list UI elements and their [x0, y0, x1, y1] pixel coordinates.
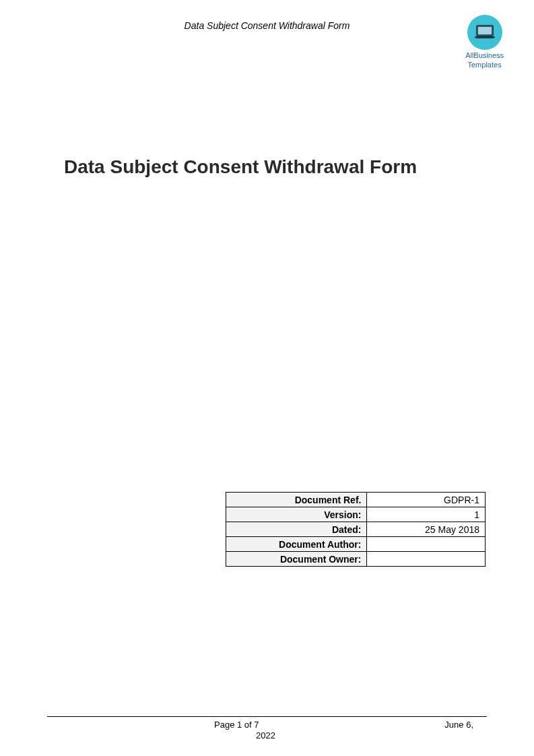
header-title: Data Subject Consent Withdrawal Form	[47, 15, 487, 31]
table-row: Version: 1	[226, 507, 486, 522]
metadata-value: GDPR-1	[367, 493, 486, 507]
table-row: Document Owner:	[226, 552, 486, 567]
footer-date: June 6,	[444, 720, 473, 730]
metadata-value: 1	[367, 507, 486, 522]
metadata-label: Document Author:	[226, 537, 367, 552]
brand-logo: AllBusiness Templates	[465, 15, 504, 69]
table-row: Document Author:	[226, 537, 486, 552]
footer-divider	[47, 716, 487, 717]
brand-text-line1: AllBusiness	[465, 51, 504, 59]
footer-page-number: Page 1 of 7	[214, 720, 259, 730]
table-row: Document Ref. GDPR-1	[226, 493, 486, 507]
document-footer: Page 1 of 7 June 6, 2022	[47, 716, 487, 741]
laptop-icon	[467, 15, 502, 50]
metadata-value	[367, 537, 486, 552]
metadata-label: Document Ref.	[226, 493, 367, 507]
metadata-label: Dated:	[226, 522, 367, 537]
brand-text-line2: Templates	[465, 61, 504, 69]
metadata-value: 25 May 2018	[367, 522, 486, 537]
metadata-label: Version:	[226, 507, 367, 522]
table-row: Dated: 25 May 2018	[226, 522, 486, 537]
document-title: Data Subject Consent Withdrawal Form	[64, 156, 487, 178]
metadata-value	[367, 552, 486, 567]
document-header: Data Subject Consent Withdrawal Form All…	[47, 15, 487, 69]
metadata-table: Document Ref. GDPR-1 Version: 1 Dated: 2…	[226, 492, 486, 567]
metadata-label: Document Owner:	[226, 552, 367, 567]
document-page: Data Subject Consent Withdrawal Form All…	[0, 0, 534, 756]
footer-year: 2022	[256, 730, 275, 741]
